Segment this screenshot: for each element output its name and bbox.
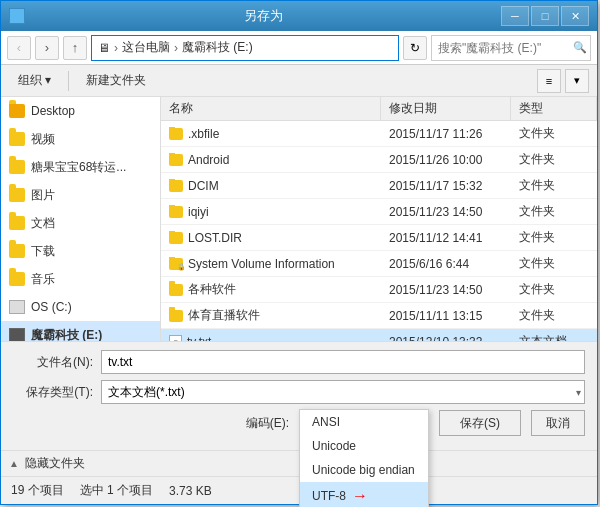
folder-icon [169,310,183,322]
folder-icon [9,216,25,230]
dialog-title: 另存为 [25,7,501,25]
sidebar-item-documents[interactable]: 文档 [1,209,160,237]
dropdown-item-utf8[interactable]: UTF-8 → [300,482,428,507]
dropdown-item-ansi[interactable]: ANSI [300,410,428,434]
dropdown-item-unicode-big[interactable]: Unicode big endian [300,458,428,482]
back-button[interactable]: ‹ [7,36,31,60]
file-date: 2015/11/12 14:41 [381,231,511,245]
file-date: 2015/11/11 13:15 [381,309,511,323]
file-type: 文件夹 [511,177,597,194]
toolbar-separator [68,71,69,91]
file-date: 2015/11/17 11:26 [381,127,511,141]
column-header-name[interactable]: 名称 [161,97,381,120]
sidebar-item-drive-c[interactable]: OS (C:) [1,293,160,321]
refresh-button[interactable]: ↻ [403,36,427,60]
encoding-label: 编码(E): [246,415,289,432]
table-row[interactable]: 体育直播软件 2015/11/11 13:15 文件夹 [161,303,597,329]
drive-c-icon [9,300,25,314]
organize-button[interactable]: 组织 ▾ [9,69,60,93]
sidebar-item-pictures[interactable]: 图片 [1,181,160,209]
file-date: 2015/11/26 10:00 [381,153,511,167]
dropdown-item-unicode[interactable]: Unicode [300,434,428,458]
filename-row: 文件名(N): [13,350,585,374]
path-separator-1: › [114,41,118,55]
table-row[interactable]: DCIM 2015/11/17 15:32 文件夹 [161,173,597,199]
title-bar: 另存为 ─ □ ✕ [1,1,597,31]
path-segment-computer[interactable]: 这台电脑 [122,39,170,56]
status-size: 3.73 KB [169,484,212,498]
file-type: 文本文档 [511,333,597,341]
folder-icon [9,104,25,118]
sidebar-item-label: 下载 [31,243,152,260]
table-row[interactable]: Android 2015/11/26 10:00 文件夹 [161,147,597,173]
sidebar-item-music[interactable]: 音乐 [1,265,160,293]
path-breadcrumb[interactable]: 🖥 › 这台电脑 › 魔霸科技 (E:) [91,35,399,61]
file-date: 2015/11/17 15:32 [381,179,511,193]
encoding-actions-row: 编码(E): ANSI Unicode Unicode big endian U… [13,410,585,436]
toggle-icon: ▲ [9,458,19,469]
new-folder-button[interactable]: 新建文件夹 [77,69,155,93]
encoding-dropdown-menu: ANSI Unicode Unicode big endian UTF-8 → [299,409,429,507]
sidebar-item-candy[interactable]: 糖果宝宝68转运... [1,153,160,181]
folder-icon [9,160,25,174]
sidebar-item-videos[interactable]: 视频 [1,125,160,153]
folder-icon [169,206,183,218]
sidebar-item-label: 视频 [31,131,152,148]
sidebar-item-downloads[interactable]: 下载 [1,237,160,265]
search-input[interactable] [431,35,591,61]
sidebar-item-label: 文档 [31,215,152,232]
view-button[interactable]: ≡ [537,69,561,93]
file-date: 2015/11/23 14:50 [381,283,511,297]
red-arrow-icon: → [352,487,368,505]
table-row[interactable]: LOST.DIR 2015/11/12 14:41 文件夹 [161,225,597,251]
folder-icon [9,244,25,258]
file-name: 各种软件 [188,281,236,298]
sidebar-item-label: 糖果宝宝68转运... [31,159,152,176]
up-button[interactable]: ↑ [63,36,87,60]
sidebar-item-drive-e[interactable]: 魔霸科技 (E:) [1,321,160,341]
file-name: System Volume Information [188,257,335,271]
sidebar-item-label: OS (C:) [31,300,152,314]
table-row[interactable]: ≡ tv.txt 2015/12/10 13:32 文本文档 [161,329,597,341]
file-type: 文件夹 [511,125,597,142]
file-name: .xbfile [188,127,219,141]
file-type: 文件夹 [511,281,597,298]
folder-icon [9,132,25,146]
minimize-button[interactable]: ─ [501,6,529,26]
status-selected: 选中 1 个项目 [80,482,153,499]
forward-button[interactable]: › [35,36,59,60]
dialog-icon [9,8,25,24]
close-button[interactable]: ✕ [561,6,589,26]
sidebar-item-desktop[interactable]: Desktop [1,97,160,125]
table-row[interactable]: .xbfile 2015/11/17 11:26 文件夹 [161,121,597,147]
column-header-date[interactable]: 修改日期 [381,97,511,120]
folder-icon [9,272,25,286]
folder-icon [169,180,183,192]
file-name: LOST.DIR [188,231,242,245]
filetype-row: 保存类型(T): 文本文档(*.txt) ▾ [13,380,585,404]
column-header-type[interactable]: 类型 [511,97,597,120]
file-list: 名称 修改日期 类型 .xbfile 2015/11/17 11:26 文件夹 … [161,97,597,341]
file-type: 文件夹 [511,151,597,168]
toolbar: 组织 ▾ 新建文件夹 ≡ ▾ [1,65,597,97]
view-dropdown-button[interactable]: ▾ [565,69,589,93]
folder-icon [169,232,183,244]
path-segment-drive[interactable]: 魔霸科技 (E:) [182,39,253,56]
table-row[interactable]: System Volume Information 2015/6/16 6:44… [161,251,597,277]
filename-input[interactable] [101,350,585,374]
maximize-button[interactable]: □ [531,6,559,26]
file-type: 文件夹 [511,229,597,246]
content-area: Desktop 视频 糖果宝宝68转运... 图片 文档 下载 [1,97,597,341]
sidebar-item-label: 魔霸科技 (E:) [31,327,152,342]
filetype-select[interactable]: 文本文档(*.txt) [101,380,585,404]
table-row[interactable]: iqiyi 2015/11/23 14:50 文件夹 [161,199,597,225]
save-button[interactable]: 保存(S) [439,410,521,436]
file-type: 文件夹 [511,255,597,272]
filename-label: 文件名(N): [13,354,93,371]
bottom-section: 文件名(N): 保存类型(T): 文本文档(*.txt) ▾ 编码(E): AN… [1,341,597,450]
address-bar: ‹ › ↑ 🖥 › 这台电脑 › 魔霸科技 (E:) ↻ 🔍 [1,31,597,65]
sidebar-item-label: 音乐 [31,271,152,288]
file-type: 文件夹 [511,307,597,324]
table-row[interactable]: 各种软件 2015/11/23 14:50 文件夹 [161,277,597,303]
cancel-button[interactable]: 取消 [531,410,585,436]
